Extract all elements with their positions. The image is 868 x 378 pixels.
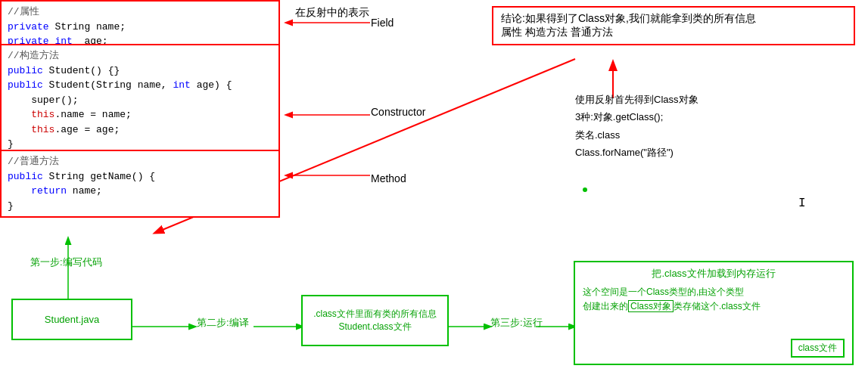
- constructor-line4: this.name = name;: [8, 107, 272, 122]
- conclusion-box: 结论:如果得到了Class对象,我们就能拿到类的所有信息 属性 构造方法 普通方…: [492, 6, 855, 45]
- constructor-line5: this.age = age;: [8, 122, 272, 138]
- constructor-line3: super();: [8, 93, 272, 108]
- constructor-label: Constructor: [371, 106, 425, 118]
- method-label: Method: [371, 172, 406, 184]
- step1-label: 第一步:编写代码: [30, 256, 102, 269]
- memory-box: 把.class文件加载到内存运行 这个空间是一个Class类型的,由这个类型 创…: [574, 261, 854, 365]
- step3-label: 第三步:运行: [490, 316, 543, 330]
- class-inner-box: class文件: [791, 339, 845, 358]
- step2-label: 第二步:编译: [197, 316, 249, 330]
- student-java-box: Student.java: [11, 299, 132, 340]
- right-info-line4: Class.forName("路径"): [575, 144, 698, 161]
- memory-title: 把.class文件加载到内存运行: [583, 267, 845, 280]
- constructor-line2: public Student(String name, int age) {: [8, 78, 272, 93]
- right-info-line3: 类名.class: [575, 126, 698, 144]
- class-file-box: .class文件里面有类的所有信息 Student.class文件: [301, 295, 449, 346]
- cursor: I: [798, 197, 806, 210]
- code-method: //普通方法 public String getName() { return …: [0, 150, 280, 218]
- reflection-label: 在反射中的表示: [295, 6, 369, 20]
- method-line1: public String getName() {: [8, 169, 272, 184]
- method-line2: return name;: [8, 184, 272, 199]
- code-constructor: //构造方法 public Student() {} public Studen…: [0, 44, 280, 156]
- right-info: 使用反射首先得到Class对象 3种:对象.getClass(); 类名.cla…: [575, 91, 698, 162]
- conclusion-line1: 结论:如果得到了Class对象,我们就能拿到类的所有信息: [501, 12, 846, 26]
- method-comment: //普通方法: [8, 154, 272, 169]
- field-label: Field: [371, 17, 394, 29]
- memory-desc: 这个空间是一个Class类型的,由这个类型: [583, 285, 845, 299]
- fields-comment: //属性: [8, 5, 272, 20]
- constructor-line1: public Student() {}: [8, 64, 272, 79]
- right-info-line2: 3种:对象.getClass();: [575, 108, 698, 125]
- constructor-comment: //构造方法: [8, 48, 272, 64]
- fields-line1: private String name;: [8, 20, 272, 35]
- method-line3: }: [8, 199, 272, 214]
- memory-desc2: 创建出来的Class对象类存储这个.class文件: [583, 299, 845, 314]
- conclusion-line2: 属性 构造方法 普通方法: [501, 26, 846, 39]
- right-info-line1: 使用反射首先得到Class对象: [575, 91, 698, 108]
- green-dot-1: [583, 187, 587, 192]
